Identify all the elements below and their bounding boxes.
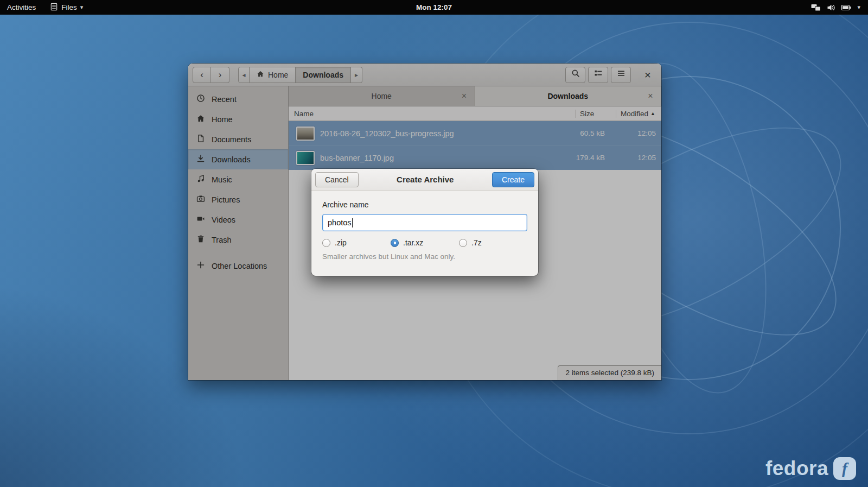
create-archive-dialog: Cancel Create Archive Create Archive nam… bbox=[311, 169, 538, 276]
dialog-title: Create Archive bbox=[359, 175, 492, 184]
format-radio-group: .zip .tar.xz .7z bbox=[322, 238, 527, 247]
fedora-logo: fedora f bbox=[765, 457, 856, 480]
cancel-button[interactable]: Cancel bbox=[315, 172, 359, 187]
radio-icon bbox=[322, 239, 330, 247]
system-status-area[interactable]: ▾ bbox=[803, 0, 868, 15]
dialog-header-bar: Cancel Create Archive Create bbox=[311, 169, 538, 191]
archive-name-input[interactable]: photos bbox=[322, 214, 527, 231]
fedora-wordmark: fedora bbox=[765, 457, 828, 480]
clock[interactable]: Mon 12:07 bbox=[0, 3, 868, 11]
radio-tar-xz[interactable]: .tar.xz bbox=[391, 238, 459, 247]
battery-icon bbox=[841, 5, 851, 10]
app-menu-button[interactable]: Files ▾ bbox=[43, 0, 90, 15]
fedora-mark-icon: f bbox=[833, 457, 856, 480]
radio-zip[interactable]: .zip bbox=[322, 238, 391, 247]
archive-name-value: photos bbox=[328, 218, 352, 227]
volume-icon bbox=[827, 3, 835, 12]
chevron-down-icon: ▾ bbox=[857, 4, 860, 11]
chevron-down-icon: ▾ bbox=[80, 4, 84, 11]
activities-button[interactable]: Activities bbox=[0, 0, 43, 15]
top-bar: Activities Files ▾ Mon 12:07 ▾ bbox=[0, 0, 868, 15]
create-button[interactable]: Create bbox=[492, 172, 534, 187]
radio-7z[interactable]: .7z bbox=[459, 238, 527, 247]
desktop: fedora f Activities Files ▾ Mon 12:07 ▾ bbox=[0, 0, 868, 487]
archive-name-label: Archive name bbox=[322, 200, 527, 209]
network-icon bbox=[811, 4, 821, 11]
app-menu-label: Files bbox=[61, 3, 77, 11]
radio-icon bbox=[459, 239, 467, 247]
files-app-icon bbox=[50, 3, 58, 12]
text-caret bbox=[352, 218, 353, 227]
radio-checked-icon bbox=[391, 239, 399, 247]
format-hint-text: Smaller archives but Linux and Mac only. bbox=[322, 252, 527, 261]
